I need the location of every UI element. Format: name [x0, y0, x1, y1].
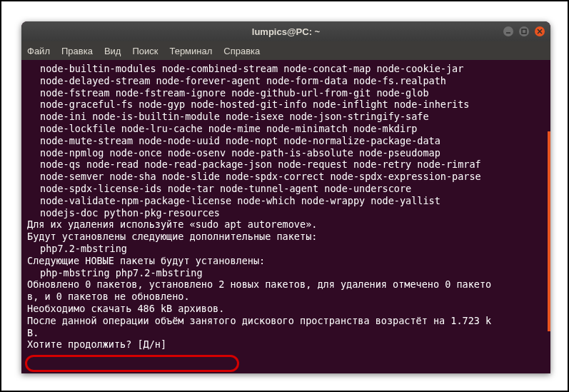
titlebar[interactable]: lumpics@PC: ~ — [21, 21, 550, 41]
terminal-line: nodejs-doc python-pkg-resources — [27, 207, 545, 219]
terminal-line: node-validate-npm-package-license node-w… — [27, 195, 545, 207]
scrollbar-thumb[interactable] — [548, 131, 550, 331]
window-title: lumpics@PC: ~ — [252, 26, 320, 37]
menu-help[interactable]: Справка — [223, 46, 260, 56]
terminal-window: lumpics@PC: ~ Файл Правка Вид Поиск Терм… — [21, 21, 550, 373]
terminal-line: node-spdx-license-ids node-tar node-tunn… — [27, 183, 545, 195]
menu-terminal[interactable]: Терминал — [169, 46, 212, 56]
terminal-line: node-semver node-sha node-slide node-spd… — [27, 171, 545, 183]
terminal-line: php7.2-mbstring — [27, 243, 545, 255]
terminal-line: Будут установлены следующие дополнительн… — [27, 231, 545, 243]
terminal-line: Для их удаления используйте «sudo apt au… — [27, 218, 545, 231]
svg-rect-1 — [522, 29, 526, 34]
terminal-line: node-qs node-read node-read-package-json… — [27, 159, 545, 171]
terminal-line: node-fstream node-fstream-ignore node-gi… — [27, 87, 545, 99]
terminal-line: node-lockfile node-lru-cache node-mime n… — [27, 123, 545, 135]
terminal-body[interactable]: node-builtin-modules node-combined-strea… — [21, 60, 550, 373]
terminal-line: Хотите продолжить? [Д/н] — [27, 338, 545, 351]
menu-search[interactable]: Поиск — [132, 46, 158, 56]
menubar: Файл Правка Вид Поиск Терминал Справка — [21, 41, 550, 60]
menu-view[interactable]: Вид — [104, 46, 121, 56]
terminal-line: node-ini node-is-builtin-module node-ise… — [27, 111, 545, 123]
menu-file[interactable]: Файл — [27, 46, 50, 56]
minimize-button[interactable] — [503, 26, 513, 36]
terminal-line: node-mute-stream node-node-uuid node-nop… — [27, 135, 545, 147]
terminal-line: node-graceful-fs node-gyp node-hosted-gi… — [27, 99, 545, 111]
terminal-line: php-mbstring php7.2-mbstring — [27, 267, 545, 279]
terminal-line: node-npmlog node-once node-osenv node-pa… — [27, 147, 545, 159]
terminal-line: Следующие НОВЫЕ пакеты будут установлены… — [27, 255, 545, 267]
maximize-button[interactable] — [519, 26, 529, 36]
terminal-line: в, и 0 пакетов не обновлено. — [27, 291, 545, 303]
close-button[interactable] — [535, 26, 545, 36]
terminal-line: После данной операции объём занятого дис… — [27, 315, 545, 327]
terminal-line: Необходимо скачать 486 kB архивов. — [27, 303, 545, 315]
terminal-line: node-delayed-stream node-forever-agent n… — [27, 75, 545, 87]
menu-edit[interactable]: Правка — [61, 46, 93, 56]
window-controls — [503, 26, 545, 36]
terminal-line: Обновлено 0 пакетов, установлено 2 новых… — [27, 278, 545, 291]
terminal-line: node-builtin-modules node-combined-strea… — [27, 63, 545, 75]
terminal-line: B. — [27, 327, 545, 339]
